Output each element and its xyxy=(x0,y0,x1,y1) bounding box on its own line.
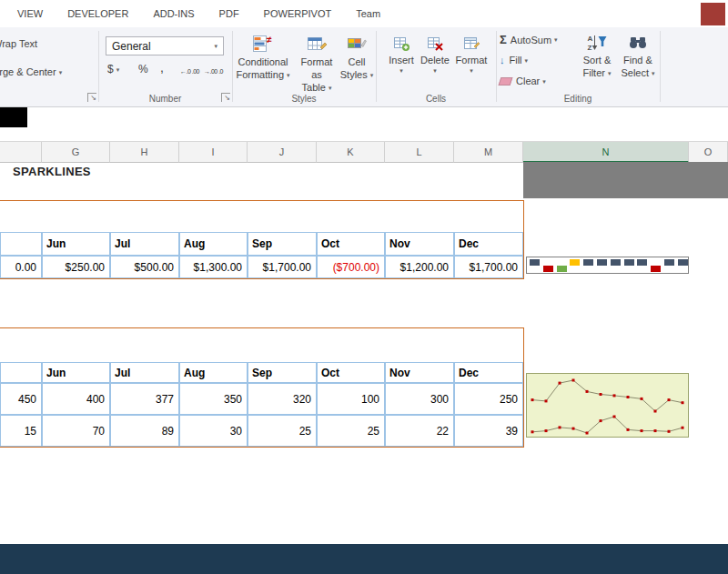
winloss-point xyxy=(583,259,593,266)
month-header-cell[interactable]: Aug xyxy=(179,232,248,256)
winloss-point xyxy=(611,259,621,266)
value-cell[interactable]: 70 xyxy=(42,415,110,447)
value-cell[interactable]: 39 xyxy=(454,415,523,447)
value-cell[interactable]: $250.00 xyxy=(42,256,110,278)
winloss-point xyxy=(664,259,674,266)
month-header-cell[interactable]: Jul xyxy=(110,362,179,383)
value-cell[interactable]: 15 xyxy=(0,415,42,447)
value-cell[interactable]: 25 xyxy=(248,415,317,447)
value-cell[interactable]: 450 xyxy=(0,383,42,415)
value-cell[interactable]: 0.00 xyxy=(0,256,42,278)
value-cell[interactable]: 250 xyxy=(454,383,523,415)
winloss-point xyxy=(624,259,634,266)
value-cell[interactable]: ($700.00) xyxy=(317,256,385,278)
value-cell[interactable]: $500.00 xyxy=(110,256,179,278)
excel-window: { "ribbon": { "tabs": ["VIEW", "DEVELOPE… xyxy=(0,0,728,574)
month-header-cell[interactable]: Nov xyxy=(385,362,454,383)
month-header-cell[interactable]: Dec xyxy=(454,362,523,383)
month-header-cell[interactable]: Oct xyxy=(317,362,385,383)
line-sparkline[interactable] xyxy=(526,373,689,438)
month-header-cell[interactable]: Jun xyxy=(42,362,110,383)
value-cell[interactable]: 320 xyxy=(248,383,317,415)
sheet-title: SPARKLINES xyxy=(13,165,91,178)
value-cell[interactable]: 100 xyxy=(317,383,385,415)
winloss-point xyxy=(637,259,647,266)
bottom-bar xyxy=(0,544,728,574)
value-cell[interactable]: $1,700.00 xyxy=(248,256,317,278)
line-sparkline-svg xyxy=(527,374,688,437)
value-cell[interactable]: $1,300.00 xyxy=(179,256,248,278)
winloss-point xyxy=(530,259,540,266)
value-cell[interactable]: 400 xyxy=(42,383,110,415)
value-cell[interactable]: 377 xyxy=(110,383,179,415)
winloss-point xyxy=(678,259,688,266)
month-header-cell[interactable]: Jul xyxy=(110,232,179,256)
sheet-area: SPARKLINES JunJulAugSepOctNovDec0.00$250… xyxy=(0,0,728,574)
month-header-cell[interactable] xyxy=(0,362,42,383)
month-header-cell[interactable]: Nov xyxy=(385,232,454,256)
month-header-cell[interactable]: Sep xyxy=(248,362,317,383)
value-cell[interactable]: 300 xyxy=(385,383,454,415)
value-cell[interactable]: 30 xyxy=(179,415,248,447)
month-header-cell[interactable]: Jun xyxy=(42,232,110,256)
month-header-cell[interactable]: Aug xyxy=(179,362,248,383)
winloss-sparkline[interactable] xyxy=(526,257,689,274)
value-cell[interactable]: 22 xyxy=(385,415,454,447)
winloss-point xyxy=(543,266,553,272)
offsheet-area xyxy=(523,162,728,198)
winloss-point xyxy=(597,259,607,266)
value-cell[interactable]: 89 xyxy=(110,415,179,447)
winloss-point xyxy=(651,266,661,272)
month-header-cell[interactable]: Dec xyxy=(454,232,523,256)
value-cell[interactable]: $1,200.00 xyxy=(385,256,454,278)
value-cell[interactable]: $1,700.00 xyxy=(454,256,523,278)
month-header-cell[interactable] xyxy=(0,232,42,256)
value-cell[interactable]: 25 xyxy=(317,415,385,447)
month-header-cell[interactable]: Oct xyxy=(317,232,385,256)
winloss-point xyxy=(570,259,580,266)
winloss-point xyxy=(557,266,567,272)
month-header-cell[interactable]: Sep xyxy=(248,232,317,256)
value-cell[interactable]: 350 xyxy=(179,383,248,415)
